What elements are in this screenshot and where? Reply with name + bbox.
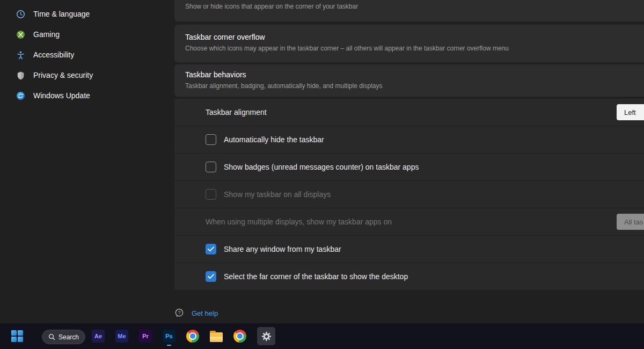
row-label: Select the far corner of the taskbar to … <box>224 272 408 281</box>
sidebar-item-label: Time & language <box>33 10 90 18</box>
chrome-app-2[interactable] <box>233 330 246 343</box>
premiere-pro-icon: Pr <box>139 330 152 343</box>
taskbar-search[interactable]: Search <box>42 330 85 344</box>
sidebar-item-label: Gaming <box>33 30 60 39</box>
dropdown-value: Left <box>624 108 636 117</box>
shield-icon <box>16 71 25 80</box>
start-button[interactable] <box>11 330 23 342</box>
sidebar-item-privacy-security[interactable]: Privacy & security <box>9 66 167 85</box>
row-share-window: Share any window from my taskbar <box>174 236 644 263</box>
card-subtitle: Taskbar alignment, badging, automaticall… <box>185 82 641 90</box>
row-far-corner-desktop: Select the far corner of the taskbar to … <box>174 263 644 290</box>
card-taskbar-corner-icons[interactable]: Taskbar corner icons Show or hide icons … <box>174 0 644 21</box>
accessibility-icon <box>16 50 25 60</box>
sidebar-item-time-language[interactable]: Time & language <box>9 4 167 24</box>
card-subtitle: Show or hide icons that appear on the co… <box>185 3 641 10</box>
taskbar-alignment-dropdown[interactable]: Left <box>617 104 644 120</box>
photoshop-app[interactable]: Ps <box>163 330 175 343</box>
get-help: ? Get help <box>174 308 218 318</box>
sidebar-item-label: Windows Update <box>33 91 90 100</box>
row-label: Show my taskbar on all displays <box>224 190 331 199</box>
check-icon <box>208 274 214 279</box>
show-badges-checkbox[interactable] <box>206 162 216 172</box>
chrome-icon <box>186 330 199 343</box>
windows-logo-pane <box>11 330 17 336</box>
sidebar-item-label: Privacy & security <box>33 71 93 79</box>
help-icon: ? <box>174 308 184 318</box>
card-subtitle: Choose which icons may appear in the tas… <box>185 45 641 52</box>
after-effects-icon: Ae <box>92 330 105 343</box>
taskbar-settings-page: Taskbar corner icons Show or hide icons … <box>174 0 644 323</box>
card-title: Taskbar corner overflow <box>185 32 641 42</box>
dropdown-value: All tas <box>624 218 643 226</box>
row-label: Share any window from my taskbar <box>224 245 341 253</box>
sidebar-item-accessibility[interactable]: Accessibility <box>9 45 167 64</box>
auto-hide-checkbox[interactable] <box>206 134 216 145</box>
media-encoder-app[interactable]: Me <box>115 330 128 343</box>
photoshop-icon: Ps <box>163 330 175 343</box>
card-title: Taskbar behaviors <box>185 70 641 80</box>
xbox-icon <box>16 30 25 39</box>
card-taskbar-corner-overflow[interactable]: Taskbar corner overflow Choose which ico… <box>174 25 644 62</box>
check-icon <box>208 246 214 252</box>
search-label: Search <box>58 333 79 341</box>
row-taskbar-alignment: Taskbar alignment Left <box>174 99 644 126</box>
row-auto-hide-taskbar: Automatically hide the taskbar <box>174 126 644 153</box>
card-title: Taskbar corner icons <box>185 0 641 1</box>
taskbar-behaviors-options: Taskbar alignment Left Automatically hid… <box>174 99 644 290</box>
share-window-checkbox[interactable] <box>206 244 216 255</box>
settings-window: Time & language Gaming Accessibility Pri… <box>0 0 644 349</box>
search-icon <box>48 333 55 340</box>
windows-logo-pane <box>18 337 23 342</box>
far-corner-checkbox[interactable] <box>206 271 216 282</box>
after-effects-app[interactable]: Ae <box>92 330 105 343</box>
media-encoder-icon: Me <box>115 330 128 343</box>
chrome-app[interactable] <box>186 330 199 343</box>
folder-icon <box>210 332 223 342</box>
taskbar-apps: Ae Me Pr Ps <box>92 323 275 349</box>
row-label: Automatically hide the taskbar <box>224 135 324 144</box>
sidebar-item-label: Accessibility <box>33 50 74 59</box>
row-show-badges: Show badges (unread messages counter) on… <box>174 154 644 180</box>
settings-app[interactable] <box>257 327 275 345</box>
row-multiple-displays-apps: When using multiple displays, show my ta… <box>174 208 644 235</box>
settings-sidebar: Time & language Gaming Accessibility Pri… <box>0 0 174 323</box>
get-help-link[interactable]: Get help <box>192 309 218 317</box>
windows-taskbar: Search Ae Me Pr Ps <box>0 323 644 349</box>
all-displays-checkbox <box>206 189 216 200</box>
gear-icon <box>261 331 272 342</box>
row-label: Taskbar alignment <box>206 108 267 117</box>
windows-logo-pane <box>11 337 17 342</box>
clock-icon <box>16 10 25 19</box>
sidebar-item-gaming[interactable]: Gaming <box>9 25 167 44</box>
row-taskbar-all-displays: Show my taskbar on all displays <box>174 181 644 208</box>
file-explorer-app[interactable] <box>210 331 223 342</box>
card-taskbar-behaviors[interactable]: Taskbar behaviors Taskbar alignment, bad… <box>174 64 644 97</box>
multiple-displays-dropdown: All tas <box>617 214 644 230</box>
windows-logo-pane <box>18 330 23 336</box>
svg-text:?: ? <box>178 310 181 315</box>
chrome-icon <box>233 330 246 343</box>
sidebar-item-windows-update[interactable]: Windows Update <box>9 86 167 105</box>
running-indicator <box>167 345 171 346</box>
row-label: When using multiple displays, show my ta… <box>206 217 392 226</box>
windows-update-icon <box>16 91 25 100</box>
premiere-pro-app[interactable]: Pr <box>139 330 152 343</box>
row-label: Show badges (unread messages counter) on… <box>224 163 419 171</box>
